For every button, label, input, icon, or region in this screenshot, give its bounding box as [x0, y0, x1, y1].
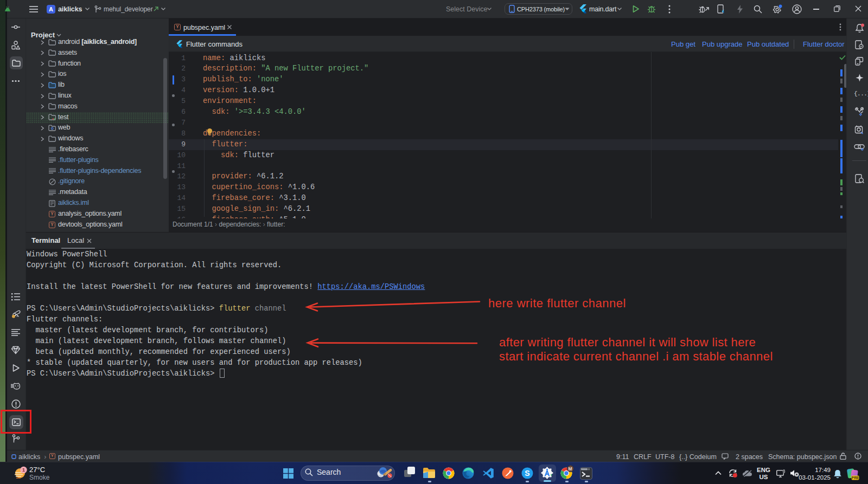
svg-text:S: S — [525, 469, 529, 477]
svg-text:1: 1 — [22, 467, 25, 473]
svg-text:PRE: PRE — [852, 475, 859, 479]
